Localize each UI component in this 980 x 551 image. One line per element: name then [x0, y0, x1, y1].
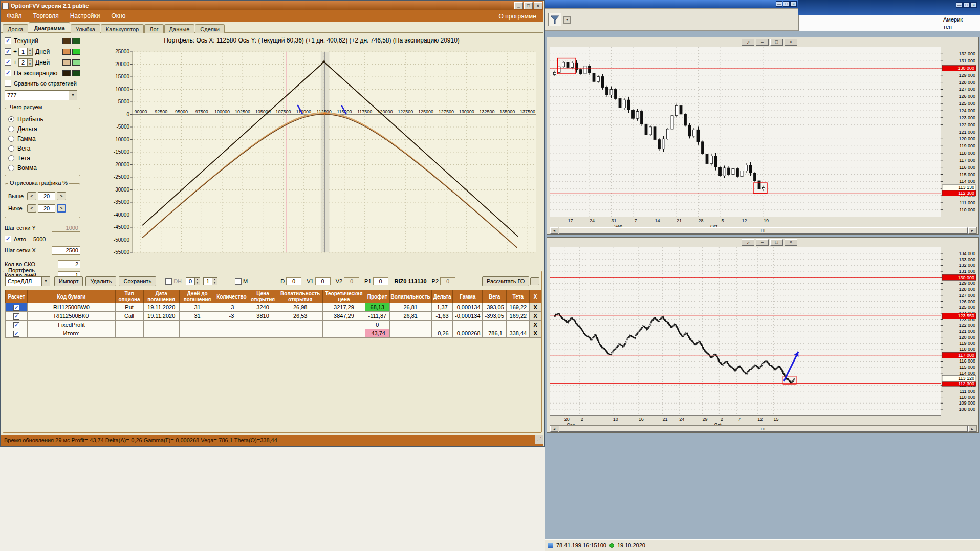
strategy-combo[interactable]: 777 ▼ [5, 90, 77, 100]
radio-option-3[interactable]: Вега [8, 143, 77, 153]
scroll-left-button[interactable]: ◄ [550, 426, 558, 432]
scroll-right-button[interactable]: ► [968, 227, 976, 234]
tab-board[interactable]: Доска [3, 24, 28, 33]
portfolio-strategy-combo[interactable]: СтреДДЛ ▼ [5, 276, 50, 286]
radio-option-0[interactable]: Прибыль [8, 114, 77, 124]
minimize-button[interactable]: – [756, 39, 769, 46]
row-checkbox[interactable] [13, 322, 19, 328]
column-header[interactable]: Дельта [431, 290, 453, 303]
d-input[interactable] [286, 277, 301, 285]
above-value-input[interactable] [38, 192, 55, 200]
days-spinner-2[interactable]: 2▲▼ [18, 58, 33, 67]
maximize-button[interactable]: □ [963, 2, 970, 8]
chevron-down-icon[interactable]: ▼ [563, 16, 571, 24]
down-arrow-icon[interactable]: ▼ [28, 52, 32, 55]
column-header[interactable]: Волатильность [389, 290, 431, 303]
above-increase-button[interactable]: > [57, 192, 66, 200]
delete-button[interactable]: Удалить [85, 276, 116, 286]
save-button[interactable]: Сохранить [119, 276, 156, 286]
chevron-down-icon[interactable]: ▼ [69, 91, 77, 100]
remove-row-button[interactable]: X [530, 312, 541, 321]
dh-checkbox[interactable] [165, 278, 172, 285]
tab-calculator[interactable]: Калькулятор [101, 24, 144, 33]
row-select-cell[interactable] [6, 329, 28, 338]
menu-item-window[interactable]: Окно [106, 10, 132, 22]
row-select-cell[interactable] [6, 303, 28, 312]
menu-item-trading[interactable]: Торговля [28, 10, 64, 22]
restore-icon[interactable]: ↔ [742, 39, 754, 46]
row-checkbox[interactable] [13, 331, 19, 337]
chevron-down-icon[interactable]: ▼ [41, 277, 50, 286]
down-arrow-icon[interactable]: ▼ [28, 62, 32, 66]
v1-input[interactable] [315, 277, 331, 285]
menu-item-settings[interactable]: Настройки [64, 10, 106, 22]
radio-option-2[interactable]: Гамма [8, 134, 77, 143]
menu-item-file[interactable]: Файл [1, 10, 28, 22]
spinner-arrows[interactable]: ▲▼ [212, 278, 217, 285]
column-header[interactable]: Дата погашения [143, 290, 179, 303]
legend-checkbox-3[interactable] [5, 70, 11, 76]
calc-go-button[interactable]: Рассчитать ГО [482, 276, 529, 286]
row-checkbox[interactable] [13, 305, 19, 311]
up-arrow-icon[interactable]: ▲ [28, 48, 32, 52]
grid-x-input[interactable] [52, 246, 80, 255]
spinner-arrows[interactable]: ▲▼ [194, 278, 200, 285]
tab-data[interactable]: Данные [164, 24, 195, 33]
column-header[interactable]: X [530, 290, 541, 303]
radio-option-4[interactable]: Тета [8, 153, 77, 163]
maximize-button[interactable]: □ [524, 2, 533, 9]
scroll-right-button[interactable]: ► [968, 426, 976, 432]
close-button[interactable]: × [790, 1, 797, 7]
column-header[interactable]: Код бумаги [28, 290, 115, 303]
radio-icon[interactable] [8, 126, 14, 132]
tool-icon[interactable] [548, 13, 561, 26]
menu-item-about[interactable]: О программе [492, 13, 543, 20]
below-value-input[interactable] [38, 204, 55, 213]
radio-icon[interactable] [8, 145, 14, 152]
below-decrease-button[interactable]: < [27, 204, 36, 213]
p1-input[interactable] [373, 277, 388, 285]
close-button[interactable]: × [534, 2, 542, 9]
collapse-button[interactable]: _ [530, 277, 539, 285]
tab-smile[interactable]: Улыбка [71, 24, 100, 33]
auto-checkbox[interactable] [5, 236, 11, 242]
sko-input[interactable] [58, 260, 80, 268]
column-header[interactable]: Дней до погашения [179, 290, 215, 303]
remove-row-button[interactable]: X [530, 329, 541, 338]
column-header[interactable]: Профит [365, 290, 390, 303]
scroll-thumb[interactable]: III [559, 426, 968, 432]
resize-grip[interactable]: ⋰ [535, 435, 543, 444]
maximize-button[interactable]: □ [783, 1, 790, 7]
above-decrease-button[interactable]: < [27, 192, 36, 200]
maximize-button[interactable]: □ [770, 239, 783, 246]
minimize-button[interactable]: _ [514, 2, 523, 9]
legend-checkbox-1[interactable] [5, 48, 11, 55]
radio-icon[interactable] [8, 165, 14, 171]
minimize-button[interactable]: — [776, 1, 782, 7]
column-header[interactable]: Вега [483, 290, 507, 303]
close-button[interactable]: × [785, 39, 797, 46]
tab-diagram[interactable]: Диаграмма [29, 22, 70, 32]
remove-row-button[interactable]: X [530, 321, 541, 329]
compare-checkbox[interactable] [5, 80, 11, 87]
close-button[interactable]: × [970, 2, 977, 8]
minimize-button[interactable]: — [956, 2, 963, 8]
legend-checkbox-0[interactable] [5, 37, 11, 44]
close-button[interactable]: × [785, 239, 797, 246]
tab-trades[interactable]: Сделки [195, 24, 225, 33]
column-header[interactable]: Количество [215, 290, 248, 303]
horizontal-scrollbar[interactable]: ◄►III [550, 227, 977, 234]
m-checkbox[interactable] [235, 278, 242, 285]
tab-log[interactable]: Лог [144, 24, 163, 33]
legend-checkbox-2[interactable] [5, 59, 11, 66]
days-spinner-1[interactable]: 1▲▼ [18, 48, 33, 56]
restore-icon[interactable]: ↔ [742, 239, 754, 246]
spinner-2[interactable]: 1 ▲▼ [203, 277, 217, 285]
import-button[interactable]: Импорт [54, 276, 83, 286]
row-checkbox[interactable] [13, 313, 19, 320]
column-header[interactable]: Гамма [453, 290, 483, 303]
scroll-thumb[interactable]: III [559, 227, 968, 234]
column-header[interactable]: Тип опциона [115, 290, 143, 303]
column-header[interactable]: Цена открытия [248, 290, 278, 303]
column-header[interactable]: Волатильность открытия [278, 290, 322, 303]
